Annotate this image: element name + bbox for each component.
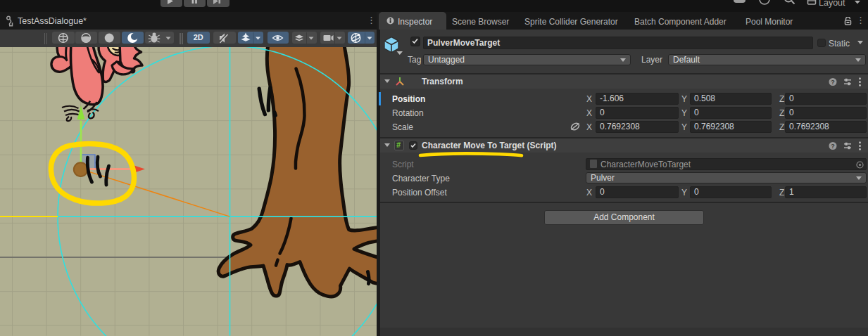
svg-text:?: ? [831,143,835,150]
svg-text:?: ? [831,79,835,86]
svg-text:Layout: Layout [819,0,845,8]
